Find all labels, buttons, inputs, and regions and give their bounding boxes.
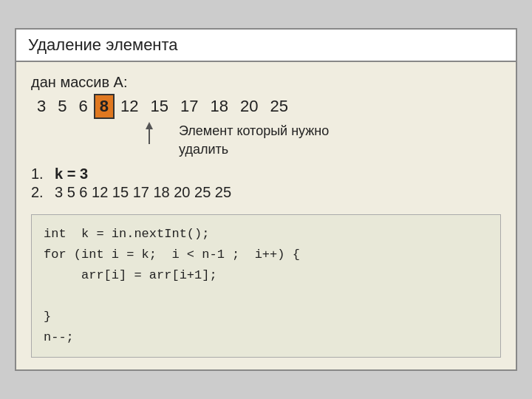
code-block: int k = in.nextInt();for (int i = k; i <… [31,214,501,358]
step-2-content: 3 5 6 12 15 17 18 20 25 25 [55,184,231,201]
array-num: 17 [174,95,204,117]
code-line: for (int i = k; i < n-1 ; i++) { [44,245,488,265]
step-2-row: 2. 3 5 6 12 15 17 18 20 25 25 [31,184,501,201]
arrow-icon [142,122,164,146]
array-num: 25 [264,95,293,117]
slide-title: Удаление элемента [16,30,516,62]
step-1-row: 1. k = 3 [31,166,501,183]
slide: Удаление элемента дан массив А: 35681215… [15,28,517,371]
array-num: 3 [31,95,52,117]
array-num: 15 [144,95,174,117]
array-num: 12 [115,95,144,117]
array-num: 20 [234,95,264,117]
array-highlight-num: 8 [94,94,115,119]
code-line: int k = in.nextInt(); [44,224,488,245]
step-2-num: 2. [31,184,49,201]
callout-text: Элемент который нужно удалить [179,122,329,159]
code-line: arr[i] = arr[i+1]; [44,265,488,286]
array-num: 6 [73,95,94,117]
steps-area: 1. k = 3 2. 3 5 6 12 15 17 18 20 25 25 [31,166,501,201]
code-line: n--; [44,327,488,348]
code-line [44,286,488,307]
arrow-area: Элемент который нужно удалить [31,122,501,159]
arrow-block [134,122,164,146]
step-1-label: k = 3 [55,166,88,183]
svg-marker-1 [146,122,153,129]
array-row: 3568121517182025 [31,94,501,119]
array-num: 5 [52,95,72,117]
step-1-num: 1. [31,166,49,183]
slide-body: дан массив А: 3568121517182025 Элемент к… [16,62,516,369]
given-label: дан массив А: [31,74,501,91]
array-num: 18 [204,95,233,117]
code-line: } [44,307,488,327]
